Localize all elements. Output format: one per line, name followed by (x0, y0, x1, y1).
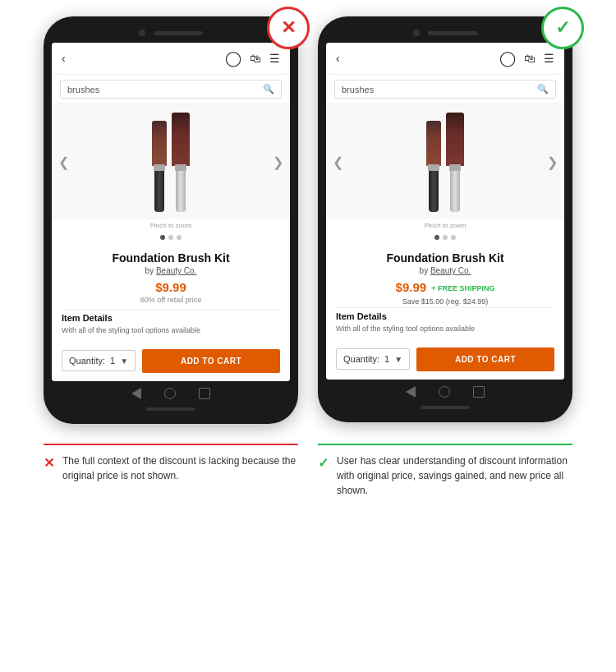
menu-icon-good[interactable]: ☰ (544, 53, 554, 64)
dot3-bad (177, 235, 182, 240)
search-text-bad: brushes (67, 85, 99, 94)
search-input-bad[interactable]: brushes 🔍 (60, 80, 282, 99)
phone-screen-bad: ‹ ◯ 🛍 ☰ brushes 🔍 ❮ (52, 43, 290, 381)
label-bad-symbol: ✕ (44, 455, 54, 471)
search-bar-good: brushes 🔍 (326, 75, 564, 104)
app-header-icons-bad: ◯ 🛍 ☰ (225, 49, 280, 67)
brush1-good (426, 121, 441, 212)
dot2-bad (168, 235, 173, 240)
phone-speaker-bad (154, 31, 203, 35)
phone-bottom-bar-good (326, 380, 564, 401)
product-price-good: $9.99 (396, 280, 427, 294)
nav-back-good[interactable] (406, 386, 416, 398)
cart-icon-good[interactable]: 🛍 (524, 53, 536, 64)
product-info-bad: Foundation Brush Kit by Beauty Co. $9.99… (52, 245, 290, 349)
dot1-bad (160, 235, 165, 240)
item-details-label-bad: Item Details (62, 309, 280, 323)
phone-speaker-good (428, 31, 477, 35)
phone-bottom-bar-bad (52, 381, 290, 403)
carousel-left-good[interactable]: ❮ (329, 151, 347, 173)
quantity-label-bad: Quantity: (69, 356, 105, 366)
back-icon-bad[interactable]: ‹ (62, 53, 66, 64)
carousel-right-good[interactable]: ❯ (544, 151, 561, 173)
carousel-left-bad[interactable]: ❮ (55, 151, 72, 173)
add-to-cart-button-bad[interactable]: ADD TO CART (142, 349, 280, 373)
nav-home-good[interactable] (439, 386, 450, 398)
nav-recent-good[interactable] (473, 386, 485, 398)
brand-prefix-good: by (420, 266, 429, 275)
label-good-text: User has clear understanding of discount… (337, 453, 572, 498)
quantity-selector-bad[interactable]: Quantity: 1 ▼ (62, 350, 136, 371)
nav-recent-bad[interactable] (199, 388, 210, 399)
product-brand-good: by Beauty Co. (336, 266, 554, 275)
nav-home-bad[interactable] (164, 388, 176, 399)
quantity-label-good: Quantity: (343, 354, 379, 364)
brush-handle1-bad (154, 171, 164, 212)
brush-handle2-bad (176, 171, 186, 212)
pinch-zoom-good: Pinch to zoom (326, 219, 564, 232)
search-input-good[interactable]: brushes 🔍 (334, 80, 556, 99)
brand-link-good[interactable]: Beauty Co. (430, 266, 471, 275)
label-bad: ✕ The full context of the discount is la… (44, 444, 298, 498)
phone-top-bar-bad (52, 26, 290, 43)
menu-icon-bad[interactable]: ☰ (269, 53, 280, 64)
brush-head2-bad (172, 113, 190, 166)
badge-good: ✓ (541, 7, 584, 49)
label-bad-text: The full context of the discount is lack… (62, 453, 298, 483)
badge-bad: ✕ (267, 7, 310, 49)
product-brand-bad: by Beauty Co. (62, 266, 280, 275)
brush-handle1-good (429, 171, 439, 212)
brand-link-bad[interactable]: Beauty Co. (156, 266, 196, 275)
label-good: ✓ User has clear understanding of discou… (318, 444, 572, 498)
brush1-bad (152, 121, 167, 212)
quantity-selector-good[interactable]: Quantity: 1 ▼ (336, 348, 410, 370)
dot3-good (451, 235, 456, 240)
free-shipping-tag-good: + FREE SHIPPING (431, 284, 494, 292)
brush-image-good (426, 113, 464, 212)
price-discount-bad: 60% off retail price (62, 296, 280, 304)
brush-handle2-good (450, 171, 460, 212)
dot1-good (434, 235, 439, 240)
phone-camera-bad (139, 30, 145, 36)
brand-prefix-bad: by (145, 266, 154, 275)
product-title-bad: Foundation Brush Kit (62, 251, 280, 265)
item-details-text-bad: With all of the styling tool options ava… (62, 325, 280, 336)
cart-row-good: Quantity: 1 ▼ ADD TO CART (326, 348, 564, 380)
phone-top-bar-good (326, 26, 564, 43)
app-header-good: ‹ ◯ 🛍 ☰ (326, 43, 564, 75)
quantity-value-bad: 1 (110, 356, 115, 366)
carousel-dots-good (326, 232, 564, 245)
nav-back-bad[interactable] (131, 388, 141, 399)
cart-row-bad: Quantity: 1 ▼ ADD TO CART (52, 349, 290, 381)
add-to-cart-button-good[interactable]: ADD TO CART (416, 348, 554, 371)
carousel-dots-bad (52, 232, 290, 245)
dot2-good (443, 235, 448, 240)
brush-head1-good (426, 121, 441, 166)
brush-image-bad (152, 113, 190, 212)
item-details-label-good: Item Details (336, 307, 554, 321)
phone-good: ✓ ‹ ◯ 🛍 ☰ brus (318, 16, 572, 422)
brand-logo-good: ◯ (499, 49, 516, 67)
phone-chin-bad (146, 407, 195, 411)
qty-arrow-good[interactable]: ▼ (394, 355, 402, 364)
carousel-right-bad[interactable]: ❯ (269, 151, 287, 173)
brand-logo-bad: ◯ (225, 49, 241, 67)
search-text-good: brushes (342, 85, 374, 94)
brush2-good (446, 113, 464, 212)
search-icon-bad: 🔍 (263, 84, 274, 94)
cart-icon-bad[interactable]: 🛍 (250, 53, 261, 64)
product-image-area-good: ❮ ❯ (326, 104, 564, 219)
item-details-text-good: With all of the styling tool options ava… (336, 324, 554, 334)
back-icon-good[interactable]: ‹ (336, 53, 340, 64)
quantity-value-good: 1 (384, 354, 389, 364)
phone-frame-bad: ‹ ◯ 🛍 ☰ brushes 🔍 ❮ (44, 16, 298, 424)
search-bar-bad: brushes 🔍 (52, 75, 290, 104)
pinch-zoom-bad: Pinch to zoom (52, 219, 290, 232)
badge-bad-symbol: ✕ (281, 17, 296, 39)
qty-arrow-bad[interactable]: ▼ (120, 357, 128, 366)
phones-comparison: ✕ ‹ ◯ 🛍 ☰ brus (16, 16, 600, 424)
brush2-bad (172, 113, 190, 212)
phone-screen-good: ‹ ◯ 🛍 ☰ brushes 🔍 ❮ (326, 43, 564, 380)
app-header-bad: ‹ ◯ 🛍 ☰ (52, 43, 290, 75)
price-savings-good: Save $15.00 (reg. $24.99) (336, 297, 554, 306)
